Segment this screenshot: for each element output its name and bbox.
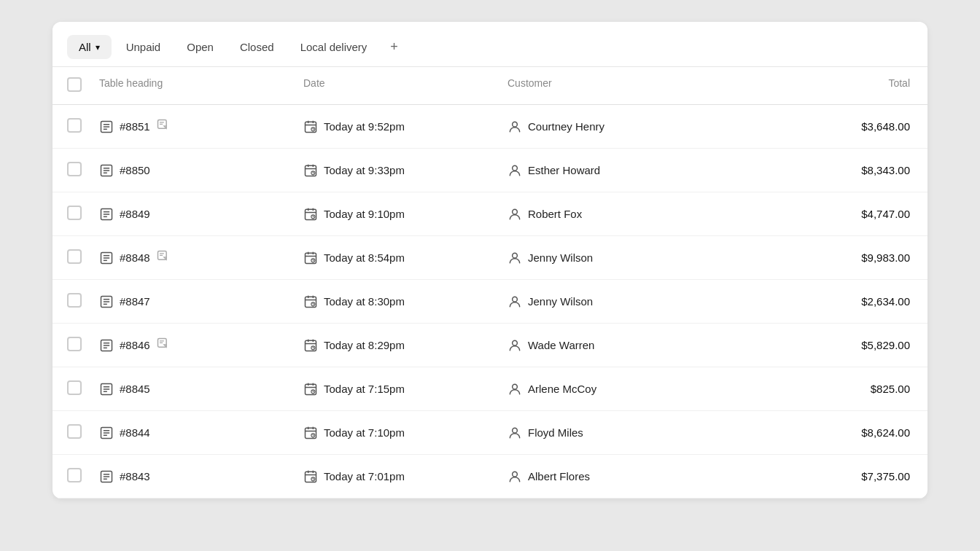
date-cell: Today at 8:30pm — [292, 281, 496, 322]
date-cell: Today at 7:15pm — [292, 369, 496, 410]
tab-open-label: Open — [187, 41, 214, 53]
date-value: Today at 9:33pm — [324, 164, 405, 176]
customer-name: Wade Warren — [528, 339, 594, 351]
customer-name: Arlene McCoy — [528, 383, 596, 395]
select-all-checkbox[interactable] — [67, 77, 82, 92]
svg-point-116 — [513, 472, 518, 477]
date-cell: Today at 8:29pm — [292, 325, 496, 366]
svg-line-13 — [313, 129, 314, 130]
date-value: Today at 8:29pm — [324, 339, 405, 351]
note-icon — [156, 118, 171, 135]
row-select-checkbox[interactable] — [67, 468, 82, 482]
customer-cell: Wade Warren — [496, 325, 825, 366]
customer-cell: Floyd Miles — [496, 413, 825, 453]
customer-name: Courtney Henry — [528, 120, 604, 133]
note-icon — [156, 337, 171, 353]
date-value: Today at 9:52pm — [324, 120, 405, 133]
chevron-down-icon: ▾ — [96, 42, 100, 52]
table-row[interactable]: #8843 Today at 7:01pm Albert Flores$7,37… — [52, 455, 928, 499]
row-select-checkbox[interactable] — [67, 118, 82, 133]
table-row[interactable]: #8845 Today at 7:15pm Arlene McCoy$825.0… — [52, 367, 928, 411]
customer-cell: Robert Fox — [496, 194, 825, 235]
svg-point-104 — [513, 428, 518, 433]
row-select-checkbox[interactable] — [67, 249, 82, 264]
header-customer: Customer — [496, 67, 825, 104]
customer-cell: Jenny Wilson — [496, 281, 825, 322]
add-tab-button[interactable]: + — [381, 34, 407, 60]
row-select-checkbox[interactable] — [67, 206, 82, 220]
total-cell: $2,634.00 — [825, 282, 928, 321]
customer-cell: Esther Howard — [496, 150, 825, 191]
order-cell: #8849 — [88, 194, 292, 235]
row-select-checkbox[interactable] — [67, 337, 82, 351]
table-body: #8851 Today at 9:52pm Courtney Henry$3,6… — [52, 105, 928, 499]
table-row[interactable]: #8847 Today at 8:30pm Jenny Wilson$2,634… — [52, 280, 928, 324]
date-value: Today at 7:10pm — [324, 426, 405, 439]
svg-point-80 — [513, 340, 518, 345]
total-cell: $5,829.00 — [825, 326, 928, 364]
table-header: Table heading Date Customer Total — [52, 67, 928, 105]
header-table-heading: Table heading — [88, 67, 292, 104]
header-checkbox — [52, 67, 88, 104]
row-checkbox-cell — [52, 105, 88, 148]
customer-name: Esther Howard — [528, 164, 600, 176]
row-select-checkbox[interactable] — [67, 424, 82, 439]
tab-local-delivery[interactable]: Local delivery — [289, 35, 379, 59]
order-cell: #8847 — [88, 281, 292, 322]
date-value: Today at 9:10pm — [324, 208, 405, 220]
svg-point-92 — [513, 384, 518, 389]
customer-cell: Arlene McCoy — [496, 369, 825, 410]
tab-all[interactable]: All ▾ — [67, 35, 112, 59]
row-select-checkbox[interactable] — [67, 162, 82, 176]
svg-line-115 — [313, 479, 314, 480]
order-cell: #8845 — [88, 369, 292, 410]
table-row[interactable]: #8851 Today at 9:52pm Courtney Henry$3,6… — [52, 105, 928, 149]
order-cell: #8850 — [88, 150, 292, 191]
main-container: All ▾ Unpaid Open Closed Local delivery … — [52, 22, 928, 499]
header-date: Date — [292, 67, 496, 104]
tab-all-label: All — [79, 41, 91, 53]
customer-name: Jenny Wilson — [528, 251, 593, 264]
tab-open[interactable]: Open — [175, 35, 225, 59]
tab-unpaid[interactable]: Unpaid — [114, 35, 173, 59]
date-cell: Today at 7:01pm — [292, 456, 496, 497]
order-number: #8851 — [120, 120, 150, 133]
row-select-checkbox[interactable] — [67, 380, 82, 395]
tab-closed[interactable]: Closed — [228, 35, 286, 59]
customer-cell: Jenny Wilson — [496, 238, 825, 278]
date-value: Today at 7:01pm — [324, 470, 405, 482]
order-cell: #8848 — [88, 236, 292, 279]
order-cell: #8851 — [88, 105, 292, 148]
table-row[interactable]: #8850 Today at 9:33pm Esther Howard$8,34… — [52, 149, 928, 192]
row-select-checkbox[interactable] — [67, 293, 82, 308]
order-number: #8845 — [120, 383, 150, 395]
svg-line-64 — [313, 304, 314, 305]
date-value: Today at 8:30pm — [324, 295, 405, 308]
table-row[interactable]: #8844 Today at 7:10pm Floyd Miles$8,624.… — [52, 411, 928, 455]
svg-point-65 — [513, 297, 518, 302]
svg-point-53 — [513, 253, 518, 258]
total-cell: $8,343.00 — [825, 151, 928, 189]
svg-line-91 — [313, 391, 314, 392]
order-number: #8843 — [120, 470, 150, 482]
customer-name: Albert Flores — [528, 470, 590, 482]
svg-line-25 — [313, 173, 314, 173]
tab-bar: All ▾ Unpaid Open Closed Local delivery … — [52, 22, 928, 67]
customer-name: Jenny Wilson — [528, 295, 593, 308]
date-value: Today at 8:54pm — [324, 251, 405, 264]
date-cell: Today at 7:10pm — [292, 413, 496, 453]
table-row[interactable]: #8849 Today at 9:10pm Robert Fox$4,747.0… — [52, 192, 928, 236]
row-checkbox-cell — [52, 149, 88, 192]
row-checkbox-cell — [52, 455, 88, 498]
row-checkbox-cell — [52, 236, 88, 279]
date-value: Today at 7:15pm — [324, 383, 405, 395]
table-row[interactable]: #8848 Today at 8:54pm Jenny Wilson$9,983… — [52, 236, 928, 280]
date-cell: Today at 9:52pm — [292, 106, 496, 147]
date-cell: Today at 9:10pm — [292, 194, 496, 235]
order-cell: #8844 — [88, 413, 292, 453]
total-cell: $9,983.00 — [825, 238, 928, 277]
table-row[interactable]: #8846 Today at 8:29pm Wade Warren$5,829.… — [52, 324, 928, 367]
order-number: #8848 — [120, 251, 150, 264]
order-number: #8850 — [120, 164, 150, 176]
svg-point-14 — [513, 122, 518, 127]
